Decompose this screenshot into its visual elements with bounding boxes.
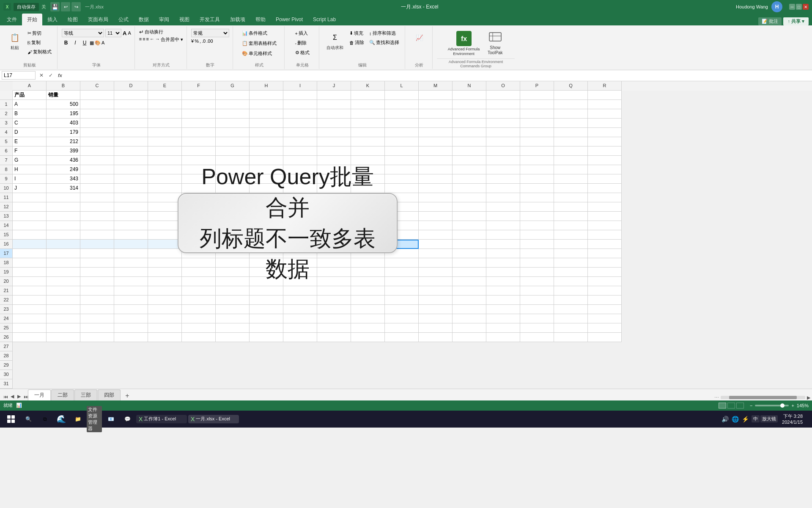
zoom-percentage[interactable]: 145% (797, 403, 809, 408)
row-num-31[interactable]: 31 (0, 379, 13, 389)
system-clock[interactable]: 下午 3:28 2024/1/15 (779, 413, 805, 425)
row-num-17[interactable]: 17 (0, 249, 13, 258)
currency-button[interactable]: ¥ (191, 39, 194, 44)
file-manager-button[interactable]: 文件资源管理器 (87, 411, 102, 427)
comments-button[interactable]: 📝 批注 (758, 17, 782, 25)
sheet-nav-first[interactable]: ⏮ (3, 394, 8, 400)
wrap-text-button[interactable]: ↵ (139, 29, 144, 35)
col-header-H[interactable]: H (250, 81, 283, 91)
sheet-nav-prev[interactable]: ◀ (9, 394, 15, 400)
tray-icon-2[interactable]: 🌐 (731, 415, 740, 423)
cell-B5[interactable]: 179 (47, 128, 80, 137)
tab-file[interactable]: 文件 (2, 14, 22, 25)
col-header-E[interactable]: E (148, 81, 182, 91)
cell-B11[interactable]: 314 (47, 184, 80, 193)
col-header-C[interactable]: C (80, 81, 114, 91)
add-sheet-button[interactable]: + (123, 391, 132, 400)
table-style-button[interactable]: 📋 套用表格样式 (240, 39, 279, 48)
file-explorer-button[interactable]: 📁 (70, 411, 85, 427)
row-num-18[interactable]: 18 (0, 258, 13, 268)
cell-C2[interactable] (80, 100, 114, 109)
underline-button[interactable]: U (80, 39, 89, 47)
cell-E1[interactable] (148, 91, 182, 100)
row-num-4[interactable]: 4 (0, 128, 13, 137)
scroll-right-button[interactable]: ▶ (807, 395, 810, 400)
align-center-button[interactable]: ≡ (143, 36, 145, 43)
cell-A9[interactable]: H (13, 165, 47, 174)
cell-D1[interactable] (114, 91, 148, 100)
row-num-15[interactable]: 15 (0, 230, 13, 240)
col-header-F[interactable]: F (182, 81, 216, 91)
sheet-nav-last[interactable]: ⏭ (23, 394, 29, 400)
close-button[interactable]: ✕ (803, 4, 809, 10)
auto-wrap-button[interactable]: 自动换行 (145, 29, 163, 35)
restore-button[interactable]: □ (796, 4, 802, 10)
cell-R2[interactable] (588, 100, 622, 109)
cell-J1[interactable] (317, 91, 351, 100)
tab-home[interactable]: 开始 (22, 14, 42, 25)
cell-Q1[interactable] (554, 91, 588, 100)
number-format-select[interactable]: 常规 (191, 29, 229, 37)
cell-C1[interactable] (80, 91, 114, 100)
row-num-8[interactable]: 8 (0, 165, 13, 174)
cell-F1[interactable] (182, 91, 216, 100)
border-button[interactable]: ▦ (90, 40, 94, 46)
row-num-13[interactable]: 13 (0, 212, 13, 221)
col-header-Q[interactable]: Q (554, 81, 588, 91)
format-painter-button[interactable]: 🖌 复制格式 (25, 47, 54, 56)
cell-A7[interactable]: F (13, 146, 47, 156)
row-num-25[interactable]: 25 (0, 323, 13, 333)
cell-A6[interactable]: E (13, 137, 47, 146)
cell-N2[interactable] (453, 100, 486, 109)
cell-A11[interactable]: J (13, 184, 47, 193)
row-num-12[interactable]: 12 (0, 202, 13, 212)
cell-P2[interactable] (520, 100, 554, 109)
percent-button[interactable]: % (195, 39, 199, 44)
cell-Q2[interactable] (554, 100, 588, 109)
confirm-formula-icon[interactable]: ✓ (47, 71, 55, 80)
row-num-26[interactable]: 26 (0, 333, 13, 342)
indent-increase-button[interactable]: → (155, 36, 160, 43)
conditional-format-button[interactable]: 📊 条件格式 (240, 29, 269, 38)
col-header-R[interactable]: R (588, 81, 622, 91)
col-header-K[interactable]: K (351, 81, 385, 91)
autosum-button[interactable]: Σ 自动求和 (324, 29, 346, 52)
tray-icon-1[interactable]: 🔊 (721, 415, 730, 423)
thousand-sep-button[interactable]: , (200, 39, 201, 44)
col-header-M[interactable]: M (419, 81, 453, 91)
cell-M2[interactable] (419, 100, 453, 109)
row-num-2[interactable]: 2 (0, 109, 13, 119)
cell-G2[interactable] (216, 100, 250, 109)
tab-insert[interactable]: 插入 (42, 14, 63, 25)
cell-K1[interactable] (351, 91, 385, 100)
zoom-increase-button[interactable]: + (791, 403, 794, 408)
normal-view-button[interactable] (719, 403, 726, 409)
find-select-button[interactable]: 🔍 查找和选择 (367, 38, 401, 47)
more-sheets-button[interactable]: ⋯ (714, 395, 719, 400)
cell-H1[interactable] (250, 91, 283, 100)
cell-B3[interactable]: 195 (47, 109, 80, 119)
cell-style-button[interactable]: 🎨 单元格样式 (240, 49, 274, 58)
status-macro-icon[interactable]: 📊 (16, 403, 22, 408)
cell-reference-box[interactable]: L17 (2, 71, 36, 80)
tab-addins[interactable]: 加载项 (225, 14, 250, 25)
cell-R1[interactable] (588, 91, 622, 100)
tab-view[interactable]: 视图 (174, 14, 195, 25)
cell-B8[interactable]: 436 (47, 156, 80, 165)
mail-button[interactable]: 📧 (103, 411, 118, 427)
teams-button[interactable]: 💬 (120, 411, 135, 427)
tab-script-lab[interactable]: Script Lab (308, 14, 341, 25)
delete-cells-button[interactable]: - 删除 (293, 39, 309, 47)
format-cells-button[interactable]: ⚙ 格式 (293, 48, 312, 57)
horizontal-scrollbar[interactable] (721, 396, 805, 399)
ime-button[interactable]: 中 (752, 415, 760, 422)
cell-B7[interactable]: 399 (47, 146, 80, 156)
cell-H2[interactable] (250, 100, 283, 109)
insert-cells-button[interactable]: + 插入 (293, 29, 310, 38)
decimal-decrease-button[interactable]: .00 (206, 39, 213, 44)
zoom-decrease-button[interactable]: − (750, 403, 752, 408)
cell-N1[interactable] (453, 91, 486, 100)
show-toolpak-button[interactable]: ShowToolPak (483, 29, 507, 58)
col-header-L[interactable]: L (385, 81, 419, 91)
sheet-tab-4[interactable]: 四部 (98, 389, 121, 400)
